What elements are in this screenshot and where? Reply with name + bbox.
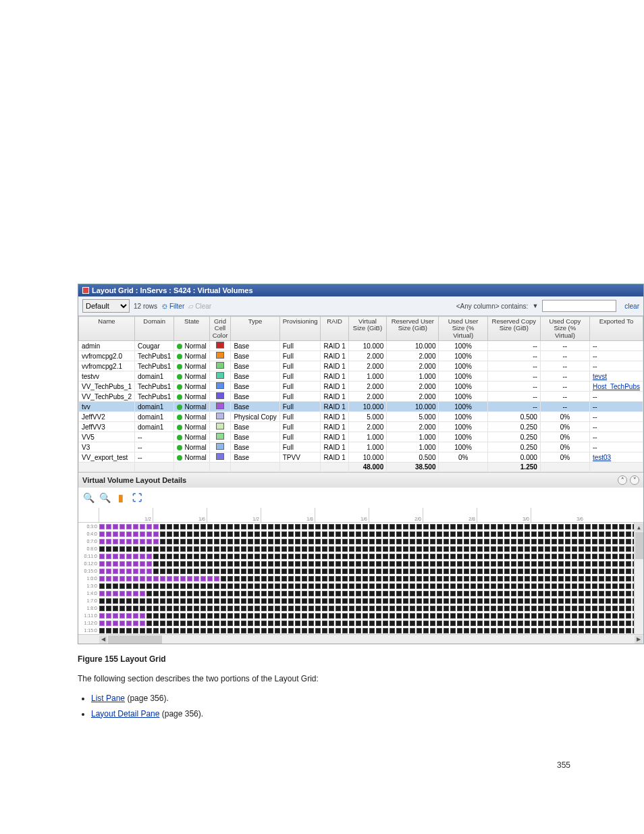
matrix-cell[interactable] xyxy=(410,546,415,552)
matrix-cell[interactable] xyxy=(329,539,334,544)
matrix-cell[interactable] xyxy=(504,628,510,633)
matrix-cell[interactable] xyxy=(173,591,179,596)
matrix-cell[interactable] xyxy=(214,546,219,552)
matrix-cell[interactable] xyxy=(254,613,260,619)
matrix-cell[interactable] xyxy=(336,531,341,537)
matrix-cell[interactable] xyxy=(498,613,503,619)
matrix-cell[interactable] xyxy=(214,628,219,633)
matrix-cell[interactable] xyxy=(423,576,429,581)
matrix-cell[interactable] xyxy=(356,569,361,574)
matrix-cell[interactable] xyxy=(119,546,125,552)
matrix-cell[interactable] xyxy=(200,598,206,604)
collapse-down-button[interactable]: ˅ xyxy=(630,475,639,485)
matrix-cell[interactable] xyxy=(119,606,125,611)
matrix-cell[interactable] xyxy=(558,546,564,552)
matrix-cell[interactable] xyxy=(288,606,294,611)
matrix-cell[interactable] xyxy=(572,524,577,529)
matrix-cell[interactable] xyxy=(484,583,489,589)
exported-to-link[interactable]: Host_TechPubs xyxy=(593,383,640,390)
matrix-cell[interactable] xyxy=(444,598,449,604)
matrix-cell[interactable] xyxy=(579,598,584,604)
matrix-cell[interactable] xyxy=(302,613,307,619)
matrix-cell[interactable] xyxy=(167,546,172,552)
matrix-cell[interactable] xyxy=(227,539,233,544)
matrix-cell[interactable] xyxy=(153,598,159,604)
matrix-cell[interactable] xyxy=(315,531,321,537)
matrix-cell[interactable] xyxy=(261,554,267,559)
matrix-cell[interactable] xyxy=(295,591,300,596)
matrix-cell[interactable] xyxy=(484,598,489,604)
matrix-cell[interactable] xyxy=(234,621,240,626)
matrix-cell[interactable] xyxy=(437,606,442,611)
matrix-cell[interactable] xyxy=(585,569,591,574)
matrix-cell[interactable] xyxy=(342,621,348,626)
matrix-cell[interactable] xyxy=(390,524,395,529)
matrix-cell[interactable] xyxy=(342,598,348,604)
matrix-cell[interactable] xyxy=(187,598,192,604)
matrix-cell[interactable] xyxy=(484,591,489,596)
matrix-cell[interactable] xyxy=(396,531,402,537)
matrix-cell[interactable] xyxy=(241,591,246,596)
matrix-cell[interactable] xyxy=(234,539,240,544)
matrix-cell[interactable] xyxy=(288,613,294,619)
matrix-cell[interactable] xyxy=(153,591,159,596)
matrix-cell[interactable] xyxy=(241,569,246,574)
matrix-cell[interactable] xyxy=(558,628,564,633)
matrix-cell[interactable] xyxy=(498,628,503,633)
matrix-cell[interactable] xyxy=(464,546,469,552)
matrix-cell[interactable] xyxy=(417,524,422,529)
matrix-cell[interactable] xyxy=(167,539,172,544)
matrix-cell[interactable] xyxy=(160,531,165,537)
matrix-cell[interactable] xyxy=(248,524,253,529)
matrix-cell[interactable] xyxy=(336,524,341,529)
matrix-cell[interactable] xyxy=(477,561,483,567)
matrix-cell[interactable] xyxy=(430,598,435,604)
matrix-cell[interactable] xyxy=(403,561,408,567)
matrix-cell[interactable] xyxy=(308,539,314,544)
matrix-cell[interactable] xyxy=(281,554,287,559)
matrix-cell[interactable] xyxy=(403,621,408,626)
matrix-cell[interactable] xyxy=(227,628,233,633)
matrix-cell[interactable] xyxy=(579,554,584,559)
matrix-cell[interactable] xyxy=(308,591,314,596)
matrix-cell[interactable] xyxy=(342,554,348,559)
matrix-cell[interactable] xyxy=(376,576,381,581)
matrix-cell[interactable] xyxy=(531,539,537,544)
matrix-cell[interactable] xyxy=(261,524,267,529)
matrix-cell[interactable] xyxy=(403,598,408,604)
matrix-cell[interactable] xyxy=(579,606,584,611)
matrix-cell[interactable] xyxy=(221,561,226,567)
matrix-cell[interactable] xyxy=(288,583,294,589)
matrix-cell[interactable] xyxy=(585,531,591,537)
matrix-cell[interactable] xyxy=(612,554,618,559)
matrix-cell[interactable] xyxy=(322,539,327,544)
matrix-cell[interactable] xyxy=(498,576,503,581)
matrix-cell[interactable] xyxy=(498,539,503,544)
matrix-cell[interactable] xyxy=(450,546,456,552)
matrix-cell[interactable] xyxy=(227,546,233,552)
scroll-thumb-h[interactable] xyxy=(108,635,162,644)
matrix-cell[interactable] xyxy=(275,598,280,604)
matrix-cell[interactable] xyxy=(119,613,125,619)
matrix-cell[interactable] xyxy=(619,524,624,529)
matrix-cell[interactable] xyxy=(531,576,537,581)
matrix-cell[interactable] xyxy=(403,546,408,552)
matrix-cell[interactable] xyxy=(254,628,260,633)
matrix-cell[interactable] xyxy=(417,606,422,611)
matrix-cell[interactable] xyxy=(417,531,422,537)
matrix-cell[interactable] xyxy=(146,613,152,619)
matrix-cell[interactable] xyxy=(173,539,179,544)
matrix-cell[interactable] xyxy=(349,583,354,589)
matrix-cell[interactable] xyxy=(511,621,516,626)
matrix-cell[interactable] xyxy=(369,621,375,626)
matrix-cell[interactable] xyxy=(410,554,415,559)
matrix-cell[interactable] xyxy=(173,561,179,567)
matrix-cell[interactable] xyxy=(336,554,341,559)
matrix-cell[interactable] xyxy=(511,561,516,567)
matrix-cell[interactable] xyxy=(444,561,449,567)
matrix-cell[interactable] xyxy=(565,583,570,589)
matrix-cell[interactable] xyxy=(565,569,570,574)
matrix-cell[interactable] xyxy=(619,583,624,589)
matrix-cell[interactable] xyxy=(511,539,516,544)
matrix-cell[interactable] xyxy=(275,539,280,544)
